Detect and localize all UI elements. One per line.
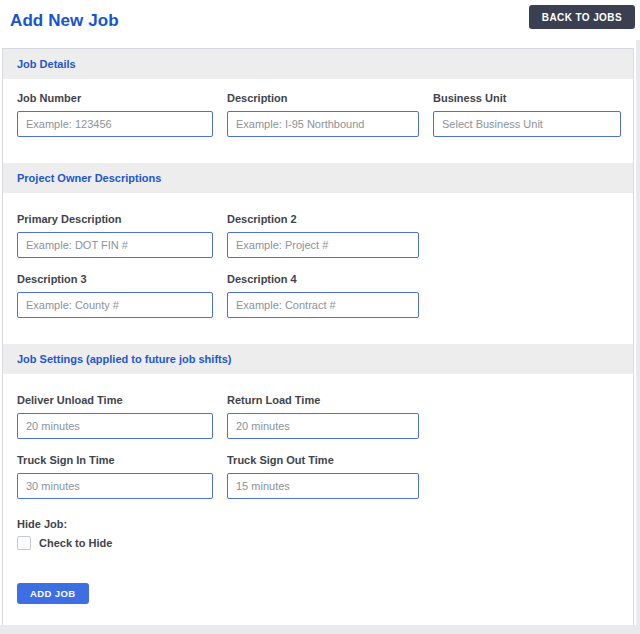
field-truck-sign-out-time: Truck Sign Out Time bbox=[227, 454, 419, 499]
hide-job-checkbox-label: Check to Hide bbox=[39, 537, 112, 549]
deliver-unload-time-select[interactable] bbox=[17, 413, 213, 439]
hide-job-check-row: Check to Hide bbox=[17, 536, 619, 550]
submit-row: ADD JOB bbox=[17, 583, 619, 604]
field-business-unit: Business Unit bbox=[433, 92, 621, 137]
right-page-edge bbox=[636, 40, 640, 634]
job-number-label: Job Number bbox=[17, 92, 213, 104]
job-settings-row-1: Deliver Unload Time Return Load Time bbox=[17, 394, 619, 439]
hide-job-checkbox[interactable] bbox=[17, 536, 31, 550]
project-owner-row-2: Description 3 Description 4 bbox=[17, 273, 619, 318]
field-return-load-time: Return Load Time bbox=[227, 394, 419, 439]
hide-job-group: Hide Job: Check to Hide bbox=[17, 518, 619, 550]
field-description-3: Description 3 bbox=[17, 273, 213, 318]
truck-sign-in-time-label: Truck Sign In Time bbox=[17, 454, 213, 466]
deliver-unload-time-label: Deliver Unload Time bbox=[17, 394, 213, 406]
description-4-label: Description 4 bbox=[227, 273, 419, 285]
primary-description-label: Primary Description bbox=[17, 213, 213, 225]
section-body-job-details: Job Number Description Business Unit bbox=[3, 79, 633, 163]
description-3-label: Description 3 bbox=[17, 273, 213, 285]
section-header-job-details: Job Details bbox=[3, 49, 633, 79]
field-truck-sign-in-time: Truck Sign In Time bbox=[17, 454, 213, 499]
hide-job-label: Hide Job: bbox=[17, 518, 619, 530]
field-deliver-unload-time: Deliver Unload Time bbox=[17, 394, 213, 439]
business-unit-select[interactable] bbox=[433, 111, 621, 137]
section-header-project-owner-descriptions: Project Owner Descriptions bbox=[3, 163, 633, 193]
section-title-job-settings: Job Settings (applied to future job shif… bbox=[17, 353, 232, 365]
field-description-2: Description 2 bbox=[227, 213, 419, 258]
field-primary-description: Primary Description bbox=[17, 213, 213, 258]
section-header-job-settings: Job Settings (applied to future job shif… bbox=[3, 344, 633, 374]
truck-sign-in-time-select[interactable] bbox=[17, 473, 213, 499]
add-job-button[interactable]: ADD JOB bbox=[17, 583, 89, 604]
description-label: Description bbox=[227, 92, 419, 104]
field-description-4: Description 4 bbox=[227, 273, 419, 318]
return-load-time-label: Return Load Time bbox=[227, 394, 419, 406]
field-description: Description bbox=[227, 92, 419, 137]
page-header: Add New Job BACK TO JOBS bbox=[0, 0, 640, 48]
description-3-input[interactable] bbox=[17, 292, 213, 318]
job-number-input[interactable] bbox=[17, 111, 213, 137]
add-job-form-card: Job Details Job Number Description Busin… bbox=[2, 48, 634, 631]
field-job-number: Job Number bbox=[17, 92, 213, 137]
section-body-project-owner-descriptions: Primary Description Description 2 Descri… bbox=[3, 193, 633, 344]
page-title: Add New Job bbox=[10, 10, 119, 31]
job-details-row: Job Number Description Business Unit bbox=[17, 92, 619, 137]
description-input[interactable] bbox=[227, 111, 419, 137]
section-body-job-settings: Deliver Unload Time Return Load Time Tru… bbox=[3, 374, 633, 630]
section-title-project-owner-descriptions: Project Owner Descriptions bbox=[17, 172, 161, 184]
truck-sign-out-time-label: Truck Sign Out Time bbox=[227, 454, 419, 466]
description-2-label: Description 2 bbox=[227, 213, 419, 225]
truck-sign-out-time-select[interactable] bbox=[227, 473, 419, 499]
description-4-input[interactable] bbox=[227, 292, 419, 318]
bottom-page-edge bbox=[0, 625, 640, 634]
business-unit-label: Business Unit bbox=[433, 92, 621, 104]
primary-description-input[interactable] bbox=[17, 232, 213, 258]
job-settings-row-2: Truck Sign In Time Truck Sign Out Time bbox=[17, 454, 619, 499]
back-to-jobs-button[interactable]: BACK TO JOBS bbox=[529, 5, 635, 29]
description-2-input[interactable] bbox=[227, 232, 419, 258]
project-owner-row-1: Primary Description Description 2 bbox=[17, 213, 619, 258]
section-title-job-details: Job Details bbox=[17, 58, 76, 70]
return-load-time-select[interactable] bbox=[227, 413, 419, 439]
